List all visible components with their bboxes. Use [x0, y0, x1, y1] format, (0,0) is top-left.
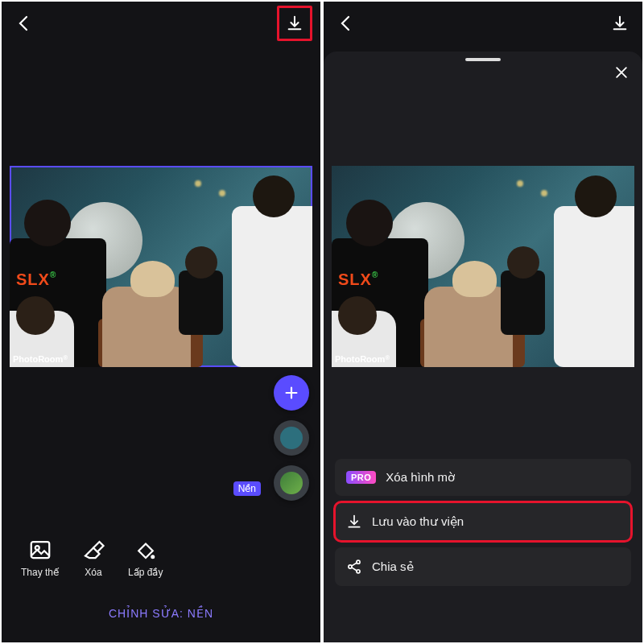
preview: SLX® PhotoRoom® [324, 166, 642, 367]
eraser-icon [81, 538, 105, 562]
fill-icon [134, 538, 158, 562]
replace-label: Thay thế [21, 567, 59, 578]
editing-mode-label: CHỈNH SỬA: NỀN [2, 607, 320, 620]
erase-tool[interactable]: Xóa [81, 538, 105, 578]
top-bar [2, 2, 320, 45]
back-button[interactable] [332, 9, 361, 38]
save-to-library-label: Lưu vào thư viện [372, 514, 464, 529]
download-icon [346, 514, 362, 530]
back-button[interactable] [10, 9, 39, 38]
layer-controls: Nền [274, 375, 309, 501]
background-layer-label: Nền [233, 481, 261, 496]
download-button[interactable] [277, 6, 312, 41]
download-button[interactable] [605, 9, 634, 38]
sheet-grabber[interactable] [465, 58, 501, 61]
erase-label: Xóa [85, 567, 101, 578]
export-sheet: SLX® PhotoRoom® PRO Xóa hình mờ Lưu vào … [324, 52, 642, 642]
close-button[interactable] [609, 60, 634, 85]
edited-image[interactable]: SLX® PhotoRoom® [10, 166, 312, 367]
image-icon [28, 538, 52, 562]
fill-tool[interactable]: Lấp đầy [128, 538, 163, 578]
editor-screen: SLX® PhotoRoom® Nền Thay thế [2, 2, 320, 642]
remove-watermark-item[interactable]: PRO Xóa hình mờ [335, 459, 631, 496]
shirt-logo: SLX® [338, 270, 378, 289]
svg-point-2 [151, 555, 155, 559]
share-label: Chia sẻ [372, 559, 414, 574]
preview-image: SLX® PhotoRoom® [332, 166, 634, 367]
share-item[interactable]: Chia sẻ [335, 547, 631, 586]
background-layer-button[interactable]: Nền [274, 465, 309, 501]
svg-rect-0 [31, 542, 49, 558]
shirt-logo: SLX® [16, 270, 56, 289]
add-layer-button[interactable] [274, 375, 309, 411]
fill-label: Lấp đầy [128, 567, 163, 578]
canvas[interactable]: SLX® PhotoRoom® Nền [2, 166, 320, 367]
subject-layer-button[interactable] [274, 420, 309, 456]
export-menu: PRO Xóa hình mờ Lưu vào thư viện Chia sẻ [335, 459, 631, 586]
top-bar [324, 2, 642, 45]
watermark: PhotoRoom® [13, 354, 68, 364]
pro-badge: PRO [346, 471, 376, 484]
save-to-library-item[interactable]: Lưu vào thư viện [335, 502, 631, 541]
remove-watermark-label: Xóa hình mờ [386, 470, 455, 485]
replace-tool[interactable]: Thay thế [21, 538, 59, 578]
bottom-toolbar: Thay thế Xóa Lấp đầy [2, 538, 320, 578]
share-icon [346, 559, 362, 575]
export-screen: SLX® PhotoRoom® PRO Xóa hình mờ Lưu vào … [324, 2, 642, 642]
watermark: PhotoRoom® [335, 354, 390, 364]
